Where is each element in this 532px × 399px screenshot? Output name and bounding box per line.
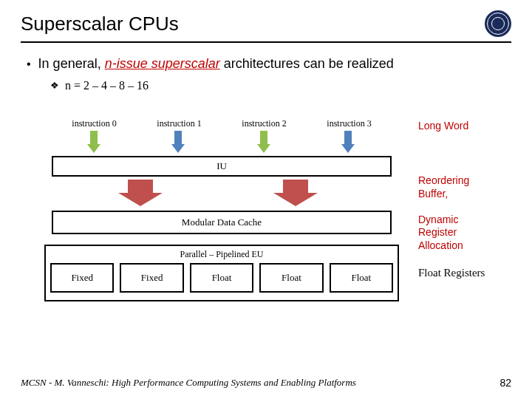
reorder-label: Reordering Buffer, Dynamic Register Allo… <box>418 174 499 252</box>
iu-box: IU <box>52 156 392 177</box>
peu-label: Parallel – Pipelined EU <box>50 249 393 260</box>
instruction-label: instruction 3 <box>307 118 392 129</box>
page-number: 82 <box>499 377 511 389</box>
instruction-label: instruction 0 <box>52 118 137 129</box>
bullet-icon: • <box>27 58 31 71</box>
eu-unit: Fixed <box>120 263 183 293</box>
down-arrow-large-icon <box>118 180 163 206</box>
modular-data-cache-box: Modular Data Cache <box>52 211 392 234</box>
down-arrow-large-icon <box>273 180 318 206</box>
intro-text: In general, n-issue superscalar architec… <box>38 56 394 72</box>
down-arrow-icon <box>257 131 270 154</box>
down-arrow-icon <box>341 131 355 154</box>
eu-unit: Fixed <box>50 263 114 293</box>
down-arrow-icon <box>87 131 100 154</box>
down-arrow-icon <box>171 131 185 154</box>
float-registers-label: Float Registers <box>418 266 485 280</box>
long-word-label: Long Word <box>418 120 468 133</box>
eu-unit: Float <box>259 263 323 293</box>
university-logo <box>485 10 511 37</box>
slide-title: Superscalar CPUs <box>21 13 485 35</box>
instruction-label: instruction 2 <box>222 118 307 129</box>
eu-unit: Float <box>190 263 253 293</box>
eu-unit: Float <box>330 263 393 293</box>
footer-text: MCSN - M. Vanneschi: High Performance Co… <box>21 377 356 389</box>
sub-bullet-text: n = 2 – 4 – 8 – 16 <box>65 79 149 92</box>
instruction-label: instruction 1 <box>137 118 222 129</box>
diamond-bullet-icon: ❖ <box>50 80 59 92</box>
parallel-eu-box: Parallel – Pipelined EU Fixed Fixed Floa… <box>44 245 399 301</box>
architecture-diagram: instruction 0 instruction 1 instruction … <box>44 118 488 301</box>
